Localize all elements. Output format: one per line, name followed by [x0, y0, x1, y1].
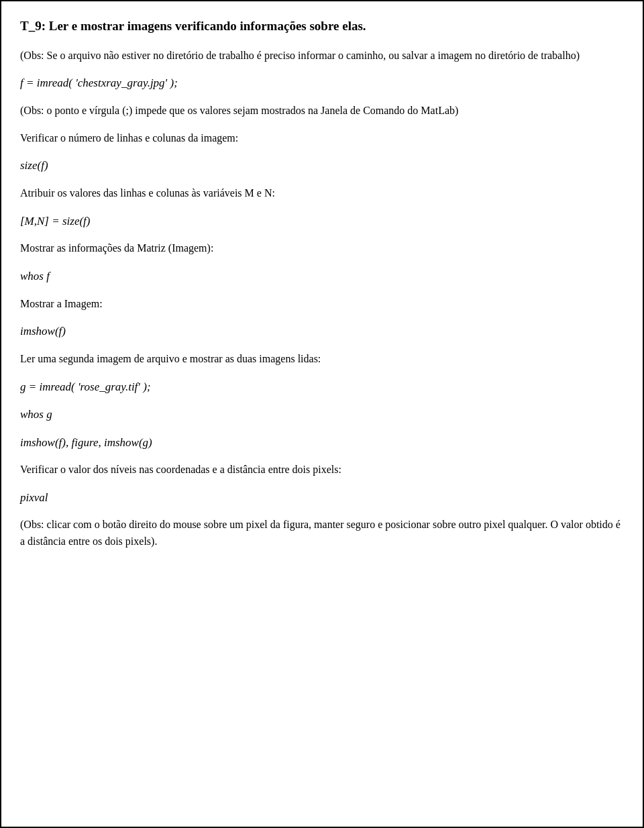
section-code9: pixval [20, 489, 624, 507]
section-label3: Mostrar as informações da Matriz (Imagem… [20, 240, 624, 257]
code-text-code6: g = imread( 'rose_gray.tif' ); [20, 378, 624, 396]
code-text-code2: size(f) [20, 157, 624, 174]
code-text-code9: pixval [20, 489, 624, 507]
section-label5: Ler uma segunda imagem de arquivo e most… [20, 351, 624, 368]
section-code7: whos g [20, 406, 624, 423]
section-label6: Verificar o valor dos níveis nas coorden… [20, 462, 624, 478]
label-text-label2: Atribuir os valores das linhas e colunas… [20, 185, 624, 202]
section-obs3: (Obs: clicar com o botão direito do mous… [20, 517, 624, 550]
code-text-code5: imshow(f) [20, 323, 624, 340]
section-code1: f = imread( 'chestxray_gray.jpg' ); [20, 74, 624, 92]
code-text-code3: [M,N] = size(f) [20, 213, 624, 230]
section-obs1: (Obs: Se o arquivo não estiver no diretó… [20, 48, 624, 64]
section-code5: imshow(f) [20, 323, 624, 340]
code-text-code1: f = imread( 'chestxray_gray.jpg' ); [20, 74, 624, 92]
section-code2: size(f) [20, 157, 624, 174]
label-text-label3: Mostrar as informações da Matriz (Imagem… [20, 240, 624, 257]
section-code8: imshow(f), figure, imshow(g) [20, 434, 624, 452]
body-text-obs3: (Obs: clicar com o botão direito do mous… [20, 517, 624, 550]
body-text-obs2: (Obs: o ponto e vírgula (;) impede que o… [20, 103, 624, 119]
page-title: T_9: Ler e mostrar imagens verificando i… [20, 17, 624, 36]
section-label1: Verificar o número de linhas e colunas d… [20, 130, 624, 147]
section-label4: Mostrar a Imagem: [20, 296, 624, 313]
body-text-obs1: (Obs: Se o arquivo não estiver no diretó… [20, 48, 624, 64]
code-text-code7: whos g [20, 406, 624, 423]
code-text-code4: whos f [20, 268, 624, 285]
code-text-code8: imshow(f), figure, imshow(g) [20, 434, 624, 452]
label-text-label6: Verificar o valor dos níveis nas coorden… [20, 462, 624, 478]
label-text-label1: Verificar o número de linhas e colunas d… [20, 130, 624, 147]
page-container: T_9: Ler e mostrar imagens verificando i… [0, 0, 644, 828]
section-code4: whos f [20, 268, 624, 285]
label-text-label5: Ler uma segunda imagem de arquivo e most… [20, 351, 624, 368]
section-code3: [M,N] = size(f) [20, 213, 624, 230]
section-label2: Atribuir os valores das linhas e colunas… [20, 185, 624, 202]
section-code6: g = imread( 'rose_gray.tif' ); [20, 378, 624, 396]
sections-container: (Obs: Se o arquivo não estiver no diretó… [20, 48, 624, 550]
section-obs2: (Obs: o ponto e vírgula (;) impede que o… [20, 103, 624, 119]
label-text-label4: Mostrar a Imagem: [20, 296, 624, 313]
